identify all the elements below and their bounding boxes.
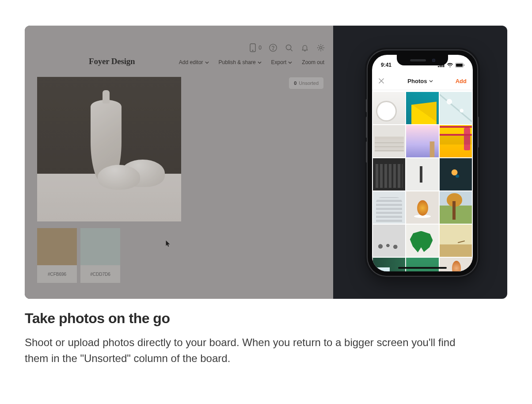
photo-thumbnail[interactable] — [373, 125, 405, 157]
caption-title: Take photos on the go — [25, 310, 507, 327]
mobile-sync-indicator[interactable]: 0 — [248, 43, 262, 52]
status-time: 9:41 — [381, 62, 391, 68]
help-icon[interactable] — [269, 43, 277, 52]
desktop-app-frame: 0 Foyer Design Add editor Publish & sha — [25, 26, 333, 299]
image-bowl — [98, 165, 140, 190]
photo-thumbnail[interactable] — [406, 225, 438, 257]
photo-thumbnail[interactable] — [373, 258, 405, 271]
phone-title-dropdown[interactable]: Photos — [407, 78, 433, 84]
photo-thumbnail[interactable] — [406, 92, 438, 124]
phone-side-button — [477, 117, 479, 148]
zoom-out-button[interactable]: Zoom out — [302, 59, 324, 65]
unsorted-label: Unsorted — [299, 80, 319, 86]
search-icon[interactable] — [285, 43, 293, 52]
swatch-hex: #CFB696 — [37, 265, 77, 283]
color-swatch[interactable]: #CFB696 — [37, 228, 77, 283]
chevron-down-icon — [288, 61, 292, 65]
caption-body: Shoot or upload photos directly to your … — [25, 335, 471, 366]
photo-thumbnail[interactable] — [373, 158, 405, 191]
phone-header: Photos Add — [372, 72, 473, 90]
photo-thumbnail[interactable] — [406, 125, 438, 157]
phone-title-label: Photos — [407, 78, 427, 84]
photo-thumbnail[interactable] — [440, 158, 472, 191]
menu-label: Export — [271, 59, 287, 65]
swatch-chip — [37, 228, 77, 265]
menu-label: Zoom out — [302, 59, 324, 65]
photo-grid[interactable] — [372, 91, 473, 271]
export-menu[interactable]: Export — [271, 59, 293, 65]
chevron-down-icon — [258, 61, 262, 65]
unsorted-count: 0 — [294, 80, 296, 86]
swatch-chip — [80, 228, 120, 265]
add-editor-menu[interactable]: Add editor — [179, 59, 209, 65]
svg-rect-11 — [456, 64, 463, 67]
photo-thumbnail[interactable] — [406, 191, 438, 224]
cursor-icon — [165, 240, 171, 247]
menu-label: Publish & share — [219, 59, 256, 65]
unsorted-badge[interactable]: 0 Unsorted — [289, 77, 323, 89]
phone-side-button — [366, 141, 368, 163]
photo-thumbnail[interactable] — [406, 158, 438, 191]
photo-thumbnail[interactable] — [440, 125, 472, 157]
phone-side-button — [366, 99, 368, 112]
bell-icon[interactable] — [300, 43, 309, 52]
board-title: Foyer Design — [89, 57, 135, 66]
gear-icon[interactable] — [316, 43, 325, 52]
camera-icon — [432, 59, 435, 62]
home-indicator[interactable] — [398, 267, 447, 269]
battery-icon — [455, 63, 465, 68]
chevron-down-icon — [205, 61, 209, 65]
board-image[interactable] — [37, 77, 181, 221]
feature-illustration: 0 Foyer Design Add editor Publish & sha — [25, 26, 507, 299]
photo-thumbnail[interactable] — [406, 258, 438, 271]
phone-notch — [397, 55, 448, 65]
svg-point-2 — [270, 44, 277, 51]
svg-rect-12 — [464, 64, 465, 66]
photo-thumbnail[interactable] — [440, 225, 472, 257]
photo-thumbnail[interactable] — [373, 92, 405, 124]
svg-point-1 — [252, 50, 253, 51]
photo-thumbnail[interactable] — [440, 191, 472, 224]
speaker-icon — [410, 59, 426, 61]
photo-thumbnail[interactable] — [373, 225, 405, 257]
phone-icon — [248, 43, 257, 52]
close-button[interactable] — [378, 78, 385, 85]
phone-screen: 9:41 Photos Add — [372, 55, 473, 271]
photo-thumbnail[interactable] — [440, 258, 472, 271]
mobile-sync-count: 0 — [258, 45, 262, 51]
svg-rect-6 — [438, 66, 439, 67]
svg-point-5 — [319, 46, 322, 49]
svg-point-4 — [286, 45, 291, 50]
menu-label: Add editor — [179, 59, 203, 65]
wifi-icon — [447, 63, 453, 68]
photo-thumbnail[interactable] — [373, 191, 405, 224]
phone-mockup: 9:41 Photos Add — [368, 50, 477, 276]
svg-point-3 — [273, 49, 274, 50]
topbar: 0 — [248, 41, 325, 54]
photo-thumbnail[interactable] — [440, 92, 472, 124]
board-menu: Add editor Publish & share Export Zoom o… — [179, 59, 324, 65]
feature-caption: Take photos on the go Shoot or upload ph… — [25, 310, 507, 366]
chevron-down-icon — [429, 79, 433, 83]
publish-share-menu[interactable]: Publish & share — [219, 59, 262, 65]
swatch-hex: #CDD7D6 — [80, 265, 120, 283]
add-button[interactable]: Add — [456, 78, 467, 84]
phone-side-button — [366, 117, 368, 138]
color-swatch[interactable]: #CDD7D6 — [80, 228, 120, 283]
